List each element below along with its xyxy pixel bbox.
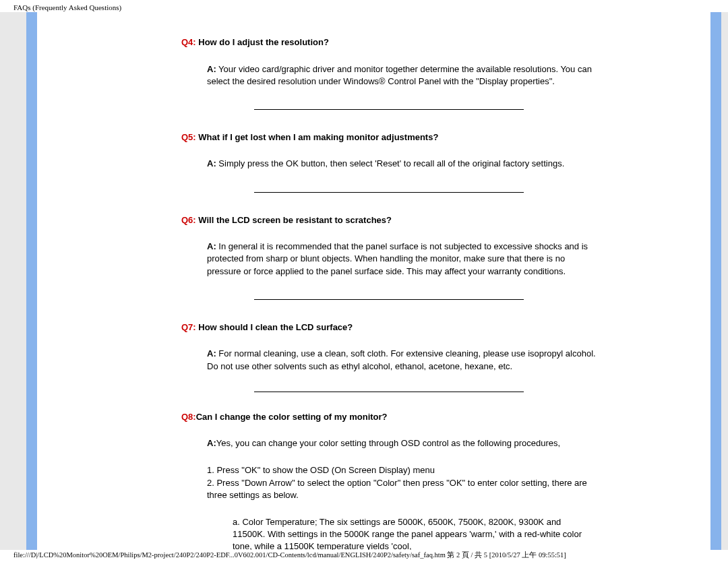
q-label: Q7: <box>181 322 196 332</box>
faq-question: Q8:Can I change the color setting of my … <box>181 411 596 423</box>
page-header-title: FAQs (Frequently Asked Questions) <box>13 3 121 11</box>
right-margin-stripe <box>710 12 721 550</box>
q-label: Q4: <box>181 37 196 47</box>
a-label: A: <box>207 64 216 74</box>
a-text: For normal cleaning, use a clean, soft c… <box>207 348 596 371</box>
faq-question: Q5: What if I get lost when I am making … <box>181 131 596 144</box>
q-text: What if I get lost when I am making moni… <box>196 132 439 142</box>
document-frame: Q4: How do I adjust the resolution? A: Y… <box>0 12 728 550</box>
faq-answer: A: For normal cleaning, use a clean, sof… <box>181 348 596 372</box>
a-text: Your video card/graphic driver and monit… <box>207 64 592 86</box>
a-text: In general it is recommended that the pa… <box>207 241 588 276</box>
q-label: Q8: <box>181 412 196 422</box>
a-label: A: <box>207 241 216 251</box>
q-text: Will the LCD screen be resistant to scra… <box>196 215 392 225</box>
document-page: Q4: How do I adjust the resolution? A: Y… <box>37 12 710 550</box>
section-divider <box>254 299 524 300</box>
faq-answer: A: Simply press the OK button, then sele… <box>181 158 596 170</box>
faq-question: Q4: How do I adjust the resolution? <box>181 36 596 49</box>
q-text: How do I adjust the resolution? <box>196 37 329 47</box>
faq-item-q6: Q6: Will the LCD screen be resistant to … <box>181 214 596 278</box>
faq-item-q8: Q8:Can I change the color setting of my … <box>181 411 596 550</box>
faq-item-q7: Q7: How should I clean the LCD surface? … <box>181 321 596 373</box>
q-label: Q6: <box>181 215 196 225</box>
faq-question: Q7: How should I clean the LCD surface? <box>181 321 596 334</box>
a-label: A: <box>207 438 216 448</box>
faq-item-q4: Q4: How do I adjust the resolution? A: Y… <box>181 36 596 88</box>
faq-question: Q6: Will the LCD screen be resistant to … <box>181 214 596 226</box>
faq-content-area: Q4: How do I adjust the resolution? A: Y… <box>181 36 596 550</box>
faq-steps: 1. Press "OK" to show the OSD (On Screen… <box>181 464 596 501</box>
a-label: A: <box>207 348 216 358</box>
a-label: A: <box>207 158 216 168</box>
a-text: Simply press the OK button, then select … <box>216 158 565 168</box>
faq-answer: A:Yes, you can change your color setting… <box>181 437 596 449</box>
faq-answer: A: In general it is recommended that the… <box>181 241 596 278</box>
section-divider <box>254 392 524 392</box>
section-divider <box>254 192 524 193</box>
faq-item-q5: Q5: What if I get lost when I am making … <box>181 131 596 170</box>
q-label: Q5: <box>181 132 196 142</box>
faq-answer: A: Your video card/graphic driver and mo… <box>181 63 596 88</box>
footer-file-path: file:///D|/LCD%20Monitor%20OEM/Philips/M… <box>13 551 566 560</box>
left-margin-stripe <box>26 12 37 550</box>
q-text: Can I change the color setting of my mon… <box>196 412 388 422</box>
a-text: Yes, you can change your color setting t… <box>216 438 560 448</box>
q-text: How should I clean the LCD surface? <box>196 322 353 332</box>
faq-sub-steps: a. Color Temperature; The six settings a… <box>181 516 596 550</box>
section-divider <box>254 109 524 110</box>
